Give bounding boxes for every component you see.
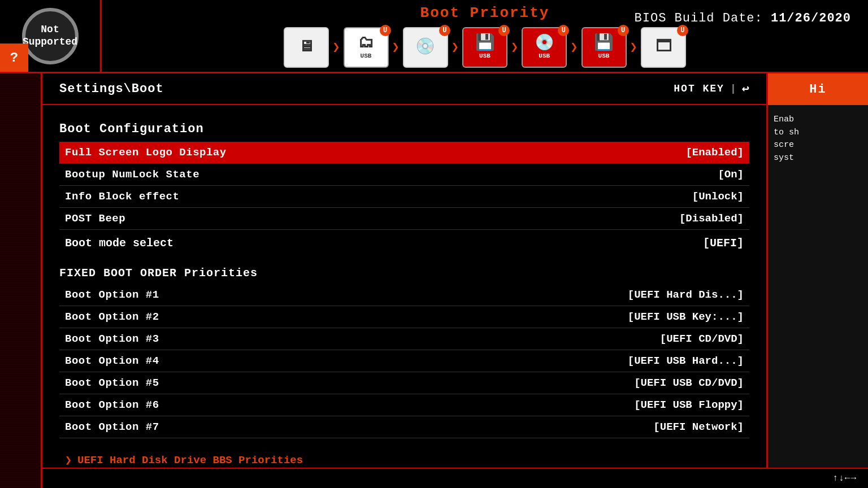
boot-option-5-value: [UEFI USB CD/DVD] xyxy=(634,377,744,389)
boot-option-4-value: [UEFI USB Hard...] xyxy=(628,355,744,367)
row-full-screen-logo[interactable]: Full Screen Logo Display [Enabled] xyxy=(59,142,749,164)
right-sidebar-content: Enabto shscresyst xyxy=(768,105,868,173)
nav-hints: ↑↓←→ xyxy=(833,473,857,483)
u-badge-2: U xyxy=(439,25,450,36)
u-badge-4: U xyxy=(558,25,569,36)
post-beep-value: [Disabled] xyxy=(679,212,744,225)
usb-hdd-label: USB xyxy=(479,53,491,59)
row-boot-option-4[interactable]: Boot Option #4 [UEFI USB Hard...] xyxy=(59,350,749,372)
boot-mode-label: Boot mode select xyxy=(65,237,173,250)
hotkey-label: HOT KEY xyxy=(674,83,724,94)
usb-cd-label: USB xyxy=(539,53,550,59)
boot-option-6-label: Boot Option #6 xyxy=(65,399,159,411)
boot-icons-row: 🖥 ❯ U 🗂 USB ❯ U 💿 ❯ U 💾 USB ❯ xyxy=(284,27,686,68)
hdd-icon: 🖥 xyxy=(298,40,314,55)
bios-date: 11/26/2020 xyxy=(771,11,851,25)
boot-option-2-value: [UEFI USB Key:...] xyxy=(628,311,744,323)
boot-icon-usb-hdd: U 💾 USB xyxy=(462,27,507,68)
right-sidebar: Hi Enabto shscresyst xyxy=(766,73,868,488)
hotkey-area: HOT KEY | ↩ xyxy=(674,81,749,97)
row-boot-option-3[interactable]: Boot Option #3 [UEFI CD/DVD] xyxy=(59,328,749,350)
right-sidebar-title: Hi xyxy=(809,82,826,97)
boot-option-2-label: Boot Option #2 xyxy=(65,311,159,323)
info-block-label: Info Block effect xyxy=(65,190,179,203)
boot-option-7-value: [UEFI Network] xyxy=(653,421,744,433)
row-post-beep[interactable]: POST Beep [Disabled] xyxy=(59,208,749,230)
bootup-numlock-value: [On] xyxy=(718,168,744,181)
left-sidebar-decoration xyxy=(0,73,41,488)
usb-hdd-icon: 💾 xyxy=(475,36,495,51)
boot-icon-network: U 🗔 xyxy=(641,27,686,68)
row-info-block[interactable]: Info Block effect [Unlock] xyxy=(59,186,749,208)
center-content: Settings\Boot HOT KEY | ↩ Boot Configura… xyxy=(42,73,766,488)
usb-flash-icon: 🗂 xyxy=(358,36,374,51)
boot-config-header: Boot Configuration xyxy=(59,122,749,136)
usb-cd-icon: 💿 xyxy=(535,36,554,51)
arrow-5: ❯ xyxy=(570,40,578,55)
right-sidebar-header: Hi xyxy=(768,73,868,105)
full-screen-logo-label: Full Screen Logo Display xyxy=(65,146,227,159)
not-supported-line1: Not xyxy=(41,24,59,36)
arrow-3: ❯ xyxy=(452,40,459,55)
boot-mode-value: [UEFI] xyxy=(703,237,744,250)
bios-label: BIOS Build Date: xyxy=(635,11,763,25)
not-supported-circle: Not Supported xyxy=(22,8,79,64)
not-supported-line2: Supported xyxy=(23,36,77,49)
row-boot-option-1[interactable]: Boot Option #1 [UEFI Hard Dis...] xyxy=(59,284,749,306)
right-sidebar-description: Enabto shscresyst xyxy=(774,115,799,163)
u-badge-3: U xyxy=(498,25,510,36)
usb-floppy-label: USB xyxy=(598,53,610,59)
usb-floppy-icon: 💾 xyxy=(594,36,614,51)
boot-option-1-value: [UEFI Hard Dis...] xyxy=(628,289,744,301)
fixed-boot-order-header: FIXED BOOT ORDER Priorities xyxy=(59,267,749,280)
boot-option-5-label: Boot Option #5 xyxy=(65,377,159,389)
main-area: Settings\Boot HOT KEY | ↩ Boot Configura… xyxy=(0,73,868,488)
arrow-4: ❯ xyxy=(511,40,518,55)
row-boot-option-2[interactable]: Boot Option #2 [UEFI USB Key:...] xyxy=(59,306,749,328)
question-button[interactable]: ? xyxy=(0,43,28,72)
boot-icon-usb-flash: U 🗂 USB xyxy=(344,27,389,68)
u-badge-5: U xyxy=(618,25,629,36)
bottom-bar: ↑↓←→ xyxy=(42,468,868,488)
boot-icon-usb-cd: U 💿 USB xyxy=(522,27,567,68)
boot-option-3-value: [UEFI CD/DVD] xyxy=(660,333,744,345)
back-button[interactable]: ↩ xyxy=(742,81,749,97)
info-block-value: [Unlock] xyxy=(692,190,744,203)
usb-flash-label: USB xyxy=(361,53,372,59)
breadcrumb: Settings\Boot xyxy=(59,82,164,96)
boot-icon-hdd: 🖥 xyxy=(284,27,329,68)
bootup-numlock-label: Bootup NumLock State xyxy=(65,168,199,181)
question-mark-icon: ? xyxy=(10,50,18,66)
boot-priority-label: Boot Priority xyxy=(420,5,550,21)
bios-build-date: BIOS Build Date: 11/26/2020 xyxy=(635,11,851,25)
row-boot-option-5[interactable]: Boot Option #5 [UEFI USB CD/DVD] xyxy=(59,372,749,394)
boot-option-7-label: Boot Option #7 xyxy=(65,421,159,433)
u-badge-1: U xyxy=(380,25,391,36)
row-boot-option-6[interactable]: Boot Option #6 [UEFI USB Floppy] xyxy=(59,394,749,416)
link-arrow-1: ❯ xyxy=(65,453,72,467)
arrow-1: ❯ xyxy=(332,40,340,55)
boot-icon-cd: U 💿 xyxy=(403,27,448,68)
hotkey-divider: | xyxy=(730,83,736,94)
row-bootup-numlock[interactable]: Bootup NumLock State [On] xyxy=(59,164,749,186)
top-bar: Not Supported Boot Priority 🖥 ❯ U 🗂 USB … xyxy=(0,0,868,73)
cd-icon: 💿 xyxy=(415,40,435,55)
boot-option-6-value: [UEFI USB Floppy] xyxy=(634,399,744,411)
network-icon: 🗔 xyxy=(656,40,671,55)
settings-content: Boot Configuration Full Screen Logo Disp… xyxy=(42,105,766,488)
link-uefi-hdd-bbs-label: UEFI Hard Disk Drive BBS Priorities xyxy=(77,454,303,467)
post-beep-label: POST Beep xyxy=(65,212,125,225)
row-boot-mode[interactable]: Boot mode select [UEFI] xyxy=(59,230,749,256)
breadcrumb-bar: Settings\Boot HOT KEY | ↩ xyxy=(42,73,766,105)
boot-option-3-label: Boot Option #3 xyxy=(65,333,159,345)
full-screen-logo-value: [Enabled] xyxy=(685,146,744,159)
boot-icon-usb-floppy: U 💾 USB xyxy=(581,27,627,68)
u-badge-6: U xyxy=(677,25,688,36)
left-sidebar xyxy=(0,73,42,488)
arrow-6: ❯ xyxy=(630,40,637,55)
arrow-2: ❯ xyxy=(392,40,400,55)
boot-option-1-label: Boot Option #1 xyxy=(65,289,159,301)
row-boot-option-7[interactable]: Boot Option #7 [UEFI Network] xyxy=(59,416,749,438)
boot-option-4-label: Boot Option #4 xyxy=(65,355,159,367)
